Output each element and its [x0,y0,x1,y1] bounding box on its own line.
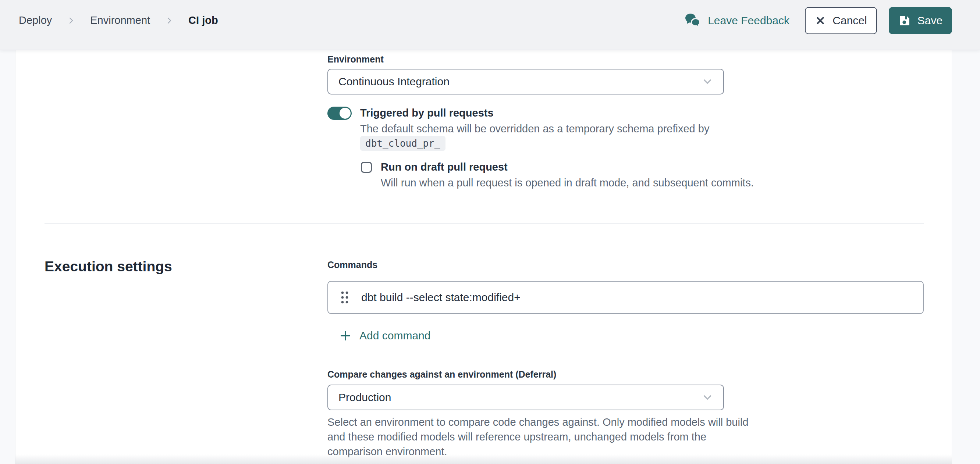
run-on-draft-description: Will run when a pull request is opened i… [381,175,754,190]
deferral-selected-value: Production [339,391,391,404]
chat-bubbles-icon [684,13,701,28]
add-command-label: Add command [360,329,430,342]
execution-settings-title: Execution settings [45,259,172,275]
cancel-button[interactable]: Cancel [805,7,877,34]
deferral-label: Compare changes against an environment (… [328,369,556,380]
deferral-help-text: Select an environment to compare code ch… [328,415,762,459]
page: Deploy Environment CI job Leave Feedback [0,0,980,464]
schema-prefix-code: dbt_cloud_pr_ [360,136,445,151]
leave-feedback-link[interactable]: Leave Feedback [684,13,789,28]
deferral-select[interactable]: Production [328,385,724,410]
commands-label: Commands [328,260,377,270]
page-header: Deploy Environment CI job Leave Feedback [0,0,980,50]
leave-feedback-label: Leave Feedback [708,14,789,27]
plus-icon [339,329,352,342]
triggered-by-pull-requests-label: Triggered by pull requests [360,107,494,119]
breadcrumb-ci-job: CI job [188,14,218,27]
save-disk-icon [898,14,911,27]
command-row: dbt build --select state:modified+ [328,281,924,314]
chevron-down-icon [701,391,714,404]
environment-selected-value: Continuous Integration [339,75,450,88]
save-button[interactable]: Save [889,7,952,34]
environment-select[interactable]: Continuous Integration [328,69,724,94]
drag-handle-icon[interactable] [340,290,350,305]
chevron-down-icon [701,75,714,88]
close-icon [815,15,826,26]
cancel-label: Cancel [832,14,867,27]
add-command-button[interactable]: Add command [339,329,430,342]
bottom-scroll-fade [15,454,952,464]
run-on-draft-label: Run on draft pull request [381,161,508,173]
save-label: Save [918,14,942,27]
chevron-right-icon [165,15,173,26]
environment-label: Environment [328,54,384,65]
breadcrumb-environment[interactable]: Environment [90,14,150,27]
run-on-draft-checkbox[interactable] [361,162,372,173]
triggered-by-pull-requests-description: The default schema will be overridden as… [360,121,709,136]
section-divider [45,223,924,224]
breadcrumb: Deploy Environment CI job [19,14,218,27]
breadcrumb-deploy[interactable]: Deploy [19,14,52,27]
header-actions: Leave Feedback Cancel Save [684,7,952,34]
chevron-right-icon [67,15,75,26]
toggle-knob [340,108,351,119]
triggered-by-pull-requests-toggle[interactable] [328,106,352,120]
command-input[interactable]: dbt build --select state:modified+ [361,291,520,304]
